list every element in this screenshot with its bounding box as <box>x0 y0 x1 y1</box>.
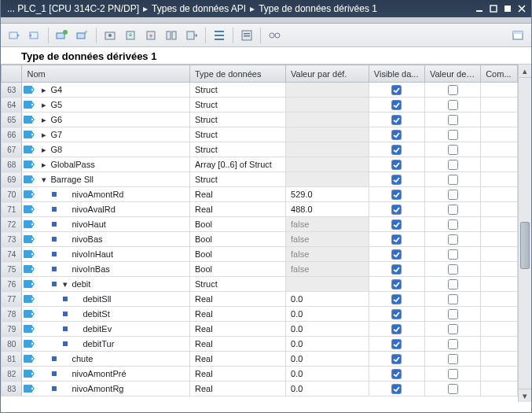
cell-name[interactable]: nivoAvalRd <box>22 202 190 217</box>
cell-visible[interactable] <box>369 262 424 277</box>
table-row[interactable]: 76▾debitStruct <box>2 277 518 292</box>
close-button[interactable] <box>515 3 528 14</box>
cell-name[interactable]: debitSll <box>22 292 190 307</box>
cell-dtype[interactable]: Array [0..6] of Struct <box>190 157 286 172</box>
minimize-button[interactable] <box>473 3 486 14</box>
cell-dtype[interactable]: Real <box>190 352 286 367</box>
cell-visible[interactable] <box>369 142 424 157</box>
export-button[interactable] <box>183 27 200 44</box>
expand-icon[interactable]: ▸ <box>39 101 48 109</box>
row-number[interactable]: 81 <box>2 352 22 367</box>
cell-defval[interactable]: 0.0 <box>286 322 369 337</box>
cell-dtype[interactable]: Real <box>190 337 286 352</box>
cell-comment[interactable] <box>481 187 518 202</box>
row-number[interactable]: 76 <box>2 277 22 292</box>
cell-visible[interactable] <box>369 127 424 142</box>
cell-visible[interactable] <box>369 217 424 232</box>
cell-visible[interactable] <box>369 322 424 337</box>
cell-comment[interactable] <box>481 127 518 142</box>
cell-setval[interactable] <box>424 187 480 202</box>
row-number[interactable]: 77 <box>2 292 22 307</box>
cell-visible[interactable] <box>369 307 424 322</box>
cell-dtype[interactable]: Struct <box>190 127 286 142</box>
cell-dtype[interactable]: Struct <box>190 83 286 98</box>
cell-comment[interactable] <box>481 262 518 277</box>
cell-name[interactable]: ▾debit <box>22 277 190 292</box>
row-number[interactable]: 69 <box>2 172 22 187</box>
cell-defval[interactable]: 0.0 <box>286 352 369 367</box>
add-row-button[interactable]: + <box>74 27 91 44</box>
row-number[interactable]: 66 <box>2 127 22 142</box>
table-row[interactable]: 69▾Barrage SllStruct <box>2 172 518 187</box>
cell-defval[interactable]: false <box>286 247 369 262</box>
cell-setval[interactable] <box>424 367 480 382</box>
toolbar-btn-1[interactable] <box>6 27 23 44</box>
cell-setval[interactable] <box>424 352 480 367</box>
cell-visible[interactable] <box>369 247 424 262</box>
table-row[interactable]: 65▸G6Struct <box>2 112 518 127</box>
table-row[interactable]: 80debitTurReal0.0 <box>2 337 518 352</box>
cell-defval[interactable] <box>286 157 369 172</box>
cell-defval[interactable]: false <box>286 232 369 247</box>
cell-comment[interactable] <box>481 202 518 217</box>
cell-dtype[interactable]: Struct <box>190 112 286 127</box>
cell-dtype[interactable]: Struct <box>190 142 286 157</box>
cell-setval[interactable] <box>424 217 480 232</box>
cell-comment[interactable] <box>481 83 518 98</box>
cell-setval[interactable] <box>424 172 480 187</box>
cell-visible[interactable] <box>369 187 424 202</box>
cell-visible[interactable] <box>369 202 424 217</box>
cell-visible[interactable] <box>369 277 424 292</box>
col-setval[interactable]: Valeur de ... <box>424 65 480 83</box>
cell-name[interactable]: nivoInBas <box>22 262 190 277</box>
cell-dtype[interactable]: Real <box>190 292 286 307</box>
breadcrumb-item[interactable]: Type de données dérivées 1 <box>259 3 377 14</box>
col-dtype[interactable]: Type de données <box>190 65 286 83</box>
cell-name[interactable]: debitTur <box>22 337 190 352</box>
cell-comment[interactable] <box>481 292 518 307</box>
cell-name[interactable]: ▸G7 <box>22 127 190 142</box>
breadcrumb[interactable]: ... PLC_1 [CPU 314C-2 PN/DP] ▸ Types de … <box>7 3 473 14</box>
cell-dtype[interactable]: Real <box>190 367 286 382</box>
cell-name[interactable]: ▸G8 <box>22 142 190 157</box>
table-row[interactable]: 71nivoAvalRdReal488.0 <box>2 202 518 217</box>
cell-name[interactable]: ▸G6 <box>22 112 190 127</box>
download-button[interactable] <box>122 27 139 44</box>
cell-defval[interactable]: 0.0 <box>286 292 369 307</box>
row-number[interactable]: 74 <box>2 247 22 262</box>
cell-setval[interactable] <box>424 142 480 157</box>
cell-comment[interactable] <box>481 322 518 337</box>
cell-comment[interactable] <box>481 382 518 396</box>
col-comment[interactable]: Com... <box>481 65 518 83</box>
cell-dtype[interactable]: Bool <box>190 247 286 262</box>
cell-dtype[interactable]: Bool <box>190 232 286 247</box>
insert-row-button[interactable] <box>53 27 71 44</box>
upload-button[interactable] <box>142 27 160 44</box>
cell-dtype[interactable]: Struct <box>190 277 286 292</box>
table-row[interactable]: 81chuteReal0.0 <box>2 352 518 367</box>
cell-defval[interactable] <box>286 83 369 98</box>
table-row[interactable]: 77debitSllReal0.0 <box>2 292 518 307</box>
cell-defval[interactable]: 0.0 <box>286 382 369 396</box>
cell-name[interactable]: ▸G5 <box>22 98 190 112</box>
cell-comment[interactable] <box>481 172 518 187</box>
cell-comment[interactable] <box>481 232 518 247</box>
table-row[interactable]: 79debitEvReal0.0 <box>2 322 518 337</box>
cell-visible[interactable] <box>369 172 424 187</box>
cell-comment[interactable] <box>481 307 518 322</box>
glasses-icon[interactable] <box>266 27 283 44</box>
cell-dtype[interactable]: Real <box>190 307 286 322</box>
cell-name[interactable]: nivoHaut <box>22 217 190 232</box>
cell-visible[interactable] <box>369 367 424 382</box>
row-number[interactable]: 80 <box>2 337 22 352</box>
cell-comment[interactable] <box>481 157 518 172</box>
cell-setval[interactable] <box>424 307 480 322</box>
compare-button[interactable] <box>163 27 180 44</box>
cell-setval[interactable] <box>424 382 480 396</box>
cell-comment[interactable] <box>481 277 518 292</box>
cell-dtype[interactable]: Real <box>190 202 286 217</box>
expand-tree-button[interactable] <box>211 27 228 44</box>
cell-defval[interactable] <box>286 127 369 142</box>
cell-comment[interactable] <box>481 352 518 367</box>
col-visible[interactable]: Visible da... <box>369 65 424 83</box>
